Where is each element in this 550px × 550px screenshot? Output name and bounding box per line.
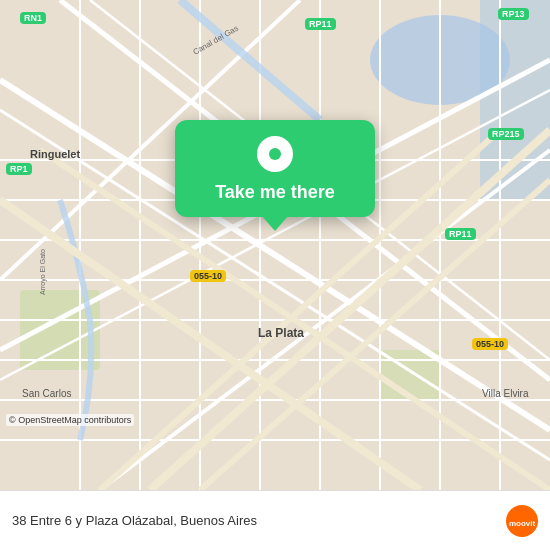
label-laplata: La Plata [258, 326, 304, 340]
svg-text:moovit: moovit [509, 518, 536, 527]
address-text: 38 Entre 6 y Plaza Olázabal, Buenos Aire… [12, 513, 506, 528]
road-badge-rp1: RP1 [6, 163, 32, 175]
road-badge-rp11-mid: RP11 [445, 228, 476, 240]
road-badge-rp13: RP13 [498, 8, 529, 20]
road-badge-rn1: RN1 [20, 12, 46, 24]
moovit-logo: moovit [506, 505, 538, 537]
road-badge-rp11-top: RP11 [305, 18, 336, 30]
copyright-text: © OpenStreetMap contributors [6, 414, 134, 426]
map: Canal del Gas Arroyo El Gato RN1 RP13 RP… [0, 0, 550, 490]
svg-text:Arroyo El Gato: Arroyo El Gato [39, 249, 47, 295]
road-badge-055-10-right: 055-10 [472, 338, 508, 350]
label-villaelvira: Villa Elvira [482, 388, 529, 399]
pin-icon [257, 136, 293, 172]
road-badge-055-10-mid: 055-10 [190, 270, 226, 282]
label-sancarlos: San Carlos [22, 388, 71, 399]
label-ringuelet: Ringuelet [30, 148, 80, 160]
pin-dot [269, 148, 281, 160]
road-badge-rp215: RP215 [488, 128, 524, 140]
bottom-bar: 38 Entre 6 y Plaza Olázabal, Buenos Aire… [0, 490, 550, 550]
svg-rect-2 [480, 0, 550, 200]
take-me-there-button[interactable]: Take me there [215, 182, 335, 203]
popup-card: Take me there [175, 120, 375, 217]
